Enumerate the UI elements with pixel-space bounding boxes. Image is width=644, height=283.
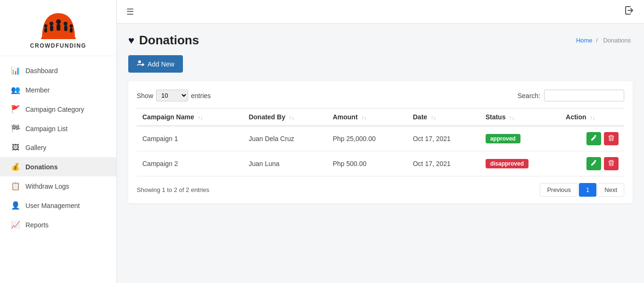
svg-point-0 — [56, 19, 61, 24]
col-donated-by[interactable]: Donated By ↑↓ — [243, 108, 327, 126]
sort-icon-amount: ↑↓ — [361, 115, 366, 120]
sidebar-item-label: Gallery — [25, 144, 46, 151]
campaign-category-icon: 🚩 — [10, 105, 21, 114]
svg-rect-9 — [70, 28, 73, 33]
table-row: Campaign 2 Juan Luna Php 500.00 Oct 17, … — [137, 151, 624, 176]
pagination: Previous 1 Next — [540, 183, 624, 197]
sort-icon-status: ↑↓ — [509, 115, 514, 120]
svg-point-8 — [69, 25, 73, 28]
col-amount[interactable]: Amount ↑↓ — [327, 108, 407, 126]
entries-select[interactable]: 10 25 50 100 — [156, 90, 188, 101]
svg-point-11 — [138, 60, 141, 63]
sidebar-item-label: Withdraw Logs — [25, 183, 69, 190]
withdraw-logs-icon: 📋 — [10, 182, 21, 191]
sidebar-item-withdraw-logs[interactable]: 📋 Withdraw Logs — [0, 176, 116, 196]
sidebar-item-label: User Management — [25, 202, 80, 209]
logout-icon[interactable] — [624, 5, 635, 18]
col-campaign-name[interactable]: Campaign Name ↑↓ — [137, 108, 243, 126]
user-management-icon: 👤 — [10, 201, 21, 210]
svg-point-4 — [64, 22, 67, 25]
svg-rect-1 — [57, 24, 60, 31]
add-new-button[interactable]: Add New — [128, 55, 183, 73]
cell-amount: Php 25,000.00 — [327, 126, 407, 151]
svg-rect-3 — [50, 25, 53, 31]
reports-icon: 📈 — [10, 220, 21, 229]
sidebar-item-dashboard[interactable]: 📊 Dashboard — [0, 61, 116, 80]
sidebar-item-campaign-list[interactable]: 🏁 Campaign List — [0, 119, 116, 138]
page-title: Donations — [139, 33, 199, 48]
cell-amount: Php 500.00 — [327, 151, 407, 176]
campaign-list-icon: 🏁 — [10, 124, 21, 133]
svg-point-2 — [50, 22, 53, 25]
pagination-row: Showing 1 to 2 of 2 entries Previous 1 N… — [137, 183, 624, 197]
next-button[interactable]: Next — [597, 183, 624, 197]
topbar: ☰ — [117, 0, 644, 24]
svg-rect-7 — [44, 28, 47, 33]
sidebar-logo: CROWDFUNDING — [0, 0, 116, 56]
cell-date: Oct 17, 2021 — [407, 126, 480, 151]
sort-icon-date: ↑↓ — [431, 115, 436, 120]
page-title-row: ♥ Donations — [128, 33, 199, 48]
edit-button[interactable] — [586, 132, 601, 145]
cell-status: disapproved — [480, 151, 560, 176]
search-label: Search: — [518, 92, 540, 100]
breadcrumb-home[interactable]: Home — [576, 37, 593, 44]
show-entries-control: Show 10 25 50 100 entries — [137, 90, 211, 101]
table-card: Show 10 25 50 100 entries Search: — [128, 81, 633, 203]
page-title-icon: ♥ — [128, 34, 134, 47]
sidebar-item-label: Donations — [25, 163, 58, 171]
edit-button[interactable] — [586, 157, 601, 170]
status-badge: approved — [486, 134, 520, 143]
col-action[interactable]: Action ↑↓ — [560, 108, 624, 126]
svg-point-6 — [44, 25, 47, 28]
sidebar-item-label: Campaign List — [25, 125, 68, 133]
sort-icon-donated-by: ↑↓ — [289, 115, 294, 120]
sidebar-item-gallery[interactable]: 🖼 Gallery — [0, 138, 116, 157]
cell-date: Oct 17, 2021 — [407, 151, 480, 176]
sidebar-item-label: Campaign Category — [25, 106, 84, 113]
sidebar-item-donations[interactable]: 💰 Donations — [0, 157, 116, 176]
logo-text: CROWDFUNDING — [30, 42, 86, 49]
breadcrumb-current: Donations — [603, 37, 631, 44]
page-1-button[interactable]: 1 — [579, 183, 596, 197]
showing-text: Showing 1 to 2 of 2 entries — [137, 186, 209, 193]
breadcrumb-separator: / — [596, 37, 598, 44]
cell-action — [560, 151, 624, 176]
search-input[interactable] — [544, 90, 624, 101]
main-content: ☰ ♥ Donations Home / Donations — [117, 0, 644, 283]
col-date[interactable]: Date ↑↓ — [407, 108, 480, 126]
breadcrumb: Home / Donations — [576, 37, 633, 44]
sort-icon-action: ↑↓ — [590, 115, 595, 120]
member-icon: 👥 — [10, 85, 21, 94]
cell-donated-by: Juan Dela Cruz — [243, 126, 327, 151]
sidebar-item-label: Reports — [25, 221, 49, 229]
sidebar-item-label: Member — [25, 86, 50, 94]
page-header: ♥ Donations Home / Donations — [128, 33, 633, 48]
delete-button[interactable] — [604, 157, 619, 170]
gallery-icon: 🖼 — [10, 143, 21, 152]
add-new-label: Add New — [148, 60, 174, 68]
sidebar-item-label: Dashboard — [25, 67, 58, 75]
sidebar-item-campaign-category[interactable]: 🚩 Campaign Category — [0, 100, 116, 119]
cell-campaign-name: Campaign 2 — [137, 151, 243, 176]
donations-table: Campaign Name ↑↓ Donated By ↑↓ Amount ↑↓ — [137, 108, 624, 176]
svg-rect-10 — [41, 37, 76, 39]
sidebar-navigation: 📊 Dashboard 👥 Member 🚩 Campaign Category… — [0, 56, 116, 239]
cell-campaign-name: Campaign 1 — [137, 126, 243, 151]
cell-status: approved — [480, 126, 560, 151]
sidebar-item-user-management[interactable]: 👤 User Management — [0, 196, 116, 215]
search-row: Search: — [518, 90, 624, 101]
show-label: Show — [137, 92, 153, 100]
col-status[interactable]: Status ↑↓ — [480, 108, 560, 126]
delete-button[interactable] — [604, 132, 619, 145]
previous-button[interactable]: Previous — [540, 183, 578, 197]
logo-image — [37, 8, 80, 42]
sidebar-item-member[interactable]: 👥 Member — [0, 80, 116, 100]
menu-toggle-icon[interactable]: ☰ — [126, 7, 134, 17]
status-badge: disapproved — [486, 159, 528, 168]
sort-icon-campaign: ↑↓ — [198, 115, 203, 120]
table-controls: Show 10 25 50 100 entries Search: — [137, 90, 624, 101]
sidebar-item-reports[interactable]: 📈 Reports — [0, 215, 116, 234]
svg-rect-5 — [64, 25, 67, 31]
content-area: ♥ Donations Home / Donations Add New — [117, 24, 644, 283]
